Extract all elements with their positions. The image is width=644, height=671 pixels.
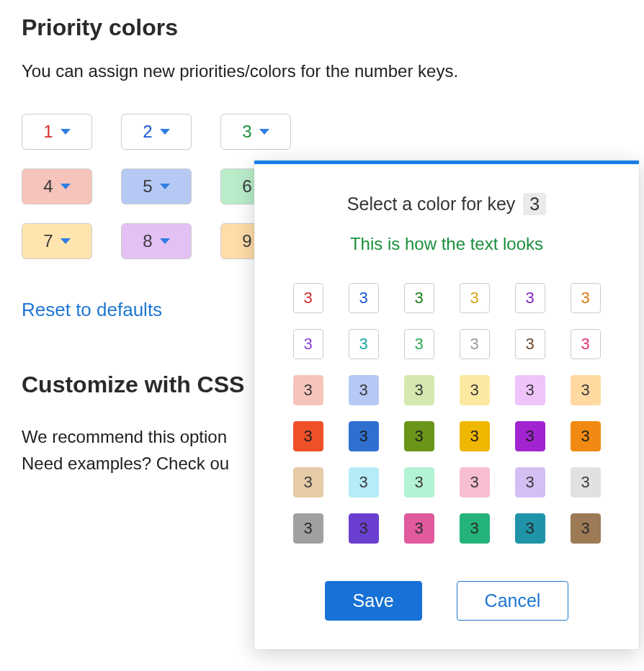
color-swatch[interactable]: 3 [349,421,379,451]
chevron-down-icon [61,238,71,244]
color-swatch[interactable]: 3 [293,329,323,359]
color-swatch[interactable]: 3 [293,513,323,544]
key-number: 1 [43,122,53,142]
key-number: 9 [242,231,251,251]
key-button-4[interactable]: 4 [22,168,92,204]
key-button-2[interactable]: 2 [121,114,192,150]
modal-actions: Save Cancel [254,565,639,649]
key-number: 4 [43,176,53,197]
reset-to-defaults-link[interactable]: Reset to defaults [22,299,162,321]
color-swatch[interactable]: 3 [571,283,601,313]
color-swatch[interactable]: 3 [460,329,490,359]
color-swatch[interactable]: 3 [515,329,545,359]
key-number: 8 [143,231,152,251]
color-swatch[interactable]: 3 [404,513,434,544]
swatch-grid: 333333333333333333333333333333333333 [254,269,639,565]
color-swatch[interactable]: 3 [349,513,379,544]
color-swatch[interactable]: 3 [571,329,601,359]
chevron-down-icon [61,184,71,189]
key-number: 3 [242,122,251,142]
modal-preview-text: This is how the text looks [254,228,639,269]
chevron-down-icon [160,238,170,244]
color-swatch[interactable]: 3 [349,375,379,405]
key-button-8[interactable]: 8 [121,223,192,259]
color-swatch[interactable]: 3 [349,467,379,497]
color-swatch[interactable]: 3 [293,283,323,313]
color-swatch[interactable]: 3 [293,375,323,405]
color-swatch[interactable]: 3 [571,421,601,451]
color-swatch[interactable]: 3 [349,283,379,313]
modal-key-badge: 3 [523,193,546,215]
cancel-button[interactable]: Cancel [457,581,569,621]
color-swatch[interactable]: 3 [515,421,545,451]
key-number: 6 [242,176,251,197]
chevron-down-icon [259,129,269,135]
color-swatch[interactable]: 3 [460,467,490,497]
key-number: 5 [143,176,152,197]
color-swatch[interactable]: 3 [404,283,434,313]
chevron-down-icon [160,184,170,189]
color-swatch[interactable]: 3 [515,513,545,544]
color-picker-modal: Select a color for key 3 This is how the… [254,161,639,649]
priority-colors-title: Priority colors [22,14,622,41]
key-number: 7 [43,231,53,251]
color-swatch[interactable]: 3 [404,467,434,497]
color-swatch[interactable]: 3 [460,283,490,313]
color-swatch[interactable]: 3 [404,375,434,405]
save-button[interactable]: Save [325,581,422,621]
color-swatch[interactable]: 3 [404,421,434,451]
priority-colors-desc: You can assign new priorities/colors for… [22,61,622,81]
color-swatch[interactable]: 3 [571,513,601,544]
modal-header: Select a color for key 3 [254,164,639,228]
key-button-1[interactable]: 1 [22,114,92,150]
color-swatch[interactable]: 3 [293,421,323,451]
color-swatch[interactable]: 3 [571,467,601,497]
color-swatch[interactable]: 3 [293,467,323,497]
key-number: 2 [143,122,152,142]
color-swatch[interactable]: 3 [460,513,490,544]
key-button-7[interactable]: 7 [22,223,92,259]
modal-header-text: Select a color for key [347,194,515,214]
color-swatch[interactable]: 3 [404,329,434,359]
color-swatch[interactable]: 3 [571,375,601,405]
color-swatch[interactable]: 3 [349,329,379,359]
color-swatch[interactable]: 3 [460,421,490,451]
chevron-down-icon [61,129,71,135]
key-button-3[interactable]: 3 [220,114,291,150]
color-swatch[interactable]: 3 [515,283,545,313]
color-swatch[interactable]: 3 [460,375,490,405]
key-button-5[interactable]: 5 [121,168,192,204]
color-swatch[interactable]: 3 [515,467,545,497]
color-swatch[interactable]: 3 [515,375,545,405]
chevron-down-icon [160,129,170,135]
